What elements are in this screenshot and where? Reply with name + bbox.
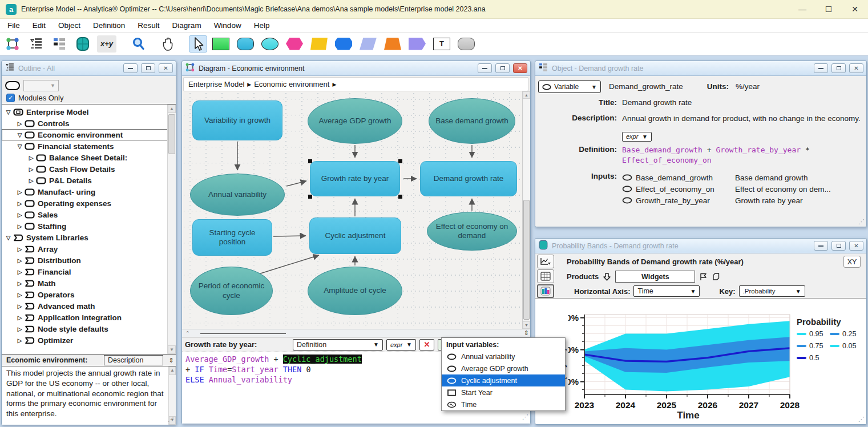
expand-icon[interactable]: ▷	[15, 257, 24, 264]
constant-blue-octagon-icon[interactable]	[335, 38, 352, 50]
expand-icon[interactable]: ▷	[15, 246, 24, 252]
view-dropdown[interactable]: Definition▼	[293, 339, 383, 351]
maximize-icon[interactable]	[831, 63, 846, 73]
expr-dropdown[interactable]: expr▼	[386, 339, 416, 351]
menu-window[interactable]: Window	[208, 21, 248, 30]
button-orange-trapezoid-icon[interactable]	[384, 38, 401, 50]
chart-view-icon[interactable]	[537, 255, 554, 268]
node-average-gdp-growth[interactable]: Average GDP growth	[308, 98, 402, 144]
selection-handle[interactable]	[308, 159, 312, 163]
outline-item-math[interactable]: ▷Math	[2, 277, 176, 289]
outline-item-controls[interactable]: ▷Controls	[2, 118, 176, 129]
definition-value[interactable]: Base_demand_growth + Growth_rate_by_year…	[622, 145, 810, 167]
variable-cyan-rounded-icon[interactable]	[237, 38, 254, 50]
expand-icon[interactable]: ▷	[27, 178, 35, 184]
table-view-icon[interactable]	[537, 269, 554, 283]
input-row[interactable]: Growth_rate_by_yearGrowth rate by year	[622, 195, 831, 206]
units-value[interactable]: %/year	[736, 80, 760, 91]
browse-hand-tool-icon[interactable]	[159, 35, 177, 53]
outline-item-manufact-uring[interactable]: ▷Manufact- uring	[2, 186, 176, 198]
outline-item-array[interactable]: ▷Array	[2, 243, 176, 255]
outline-item-balance-sheet-detail-[interactable]: ▷Balance Sheet Detail:	[2, 152, 176, 163]
collapse-icon[interactable]: ▽	[15, 143, 24, 150]
outline-item-system-libraries[interactable]: ▽System Libraries	[2, 232, 176, 243]
expand-icon[interactable]: ▷	[27, 166, 35, 172]
class-dropdown[interactable]: Variable▼	[538, 80, 601, 93]
minimize-icon[interactable]	[123, 63, 138, 73]
scroll-down-icon[interactable]: ▼	[523, 321, 530, 329]
selection-handle[interactable]	[398, 159, 402, 163]
menu-result[interactable]: Result	[131, 21, 165, 30]
collapse-pane-icon[interactable]: ⌃	[182, 331, 190, 336]
close-icon[interactable]: ✕	[159, 63, 173, 73]
scroll-up-icon[interactable]: ▲	[169, 366, 176, 375]
input-row[interactable]: Effect_of_economy_onEffect of economy on…	[622, 183, 831, 195]
collapse-icon[interactable]: ▽	[4, 235, 13, 241]
expand-icon[interactable]: ▷	[15, 280, 24, 287]
splitter-icon[interactable]: ⇕	[524, 329, 529, 337]
expand-icon[interactable]: ▷	[27, 155, 35, 161]
minimize-icon[interactable]: —	[789, 0, 815, 18]
variable-shape-icon[interactable]	[5, 81, 20, 90]
resize-grip[interactable]: ⋰	[858, 218, 865, 225]
expression-tool-icon[interactable]: x+y	[97, 35, 116, 53]
expand-icon[interactable]: ▷	[15, 303, 24, 309]
expand-icon[interactable]: ▷	[15, 189, 24, 195]
maximize-icon[interactable]	[495, 63, 510, 73]
popup-item-annual-variability[interactable]: Annual variability	[442, 351, 565, 362]
collapse-icon[interactable]: ▽	[15, 132, 24, 138]
slicer-flag-icon[interactable]	[699, 272, 708, 281]
node-effect-of-economy-on-demand[interactable]: Effect of economy on demand	[427, 212, 517, 251]
outline-item-financial[interactable]: ▷Financial	[2, 266, 176, 277]
minimize-icon[interactable]	[478, 63, 492, 73]
diagram-titlebar[interactable]: 6"> Diagram - Economic environment ✕	[182, 61, 530, 76]
expr-dropdown[interactable]: expr▼	[622, 132, 652, 142]
object-titlebar[interactable]: 6"> Object - Demand growth rate ✕	[535, 61, 866, 76]
menu-definition[interactable]: Definition	[87, 21, 131, 30]
library-purple-pentagon-icon[interactable]	[409, 38, 426, 50]
expand-icon[interactable]: ▷	[15, 315, 24, 321]
scroll-down-icon[interactable]: ▼	[168, 345, 176, 354]
breadcrumb-segment[interactable]: Economic environment	[254, 80, 329, 88]
node-amplitude-of-cycle[interactable]: Amplitude of cycle	[308, 267, 402, 315]
expand-icon[interactable]: ▷	[15, 212, 24, 218]
expand-icon[interactable]: ▷	[15, 337, 24, 344]
node-base-demand-growth[interactable]: Base demand growth	[429, 98, 515, 144]
hscroll-thumb[interactable]	[200, 333, 286, 334]
object-identifier[interactable]: Demand_growth_rate	[609, 80, 683, 91]
totals-icon[interactable]	[712, 272, 720, 281]
resize-grip[interactable]: ⋰	[168, 415, 174, 424]
resize-grip[interactable]: ⋰	[858, 416, 865, 423]
color-chart-view-icon[interactable]	[537, 284, 554, 298]
node-growth-rate-by-year[interactable]: Growth rate by year	[310, 161, 400, 196]
node-variability-in-growth[interactable]: Variability in growth	[192, 100, 282, 140]
outline-item-enterprise-model[interactable]: ▽Enterprise Model	[2, 106, 176, 118]
splitter-icon[interactable]: ⇕	[167, 357, 176, 364]
outline-titlebar[interactable]: 6"> Outline - All ✕	[2, 61, 176, 76]
close-icon[interactable]: ✕	[849, 241, 863, 251]
popup-item-cyclic-adjustment[interactable]: Cyclic adjustment	[442, 374, 565, 386]
outline-item-economic-environment[interactable]: ▽Economic environment	[2, 129, 176, 140]
index-value-selector[interactable]: Widgets	[615, 271, 695, 283]
index-name[interactable]: Products	[567, 272, 599, 281]
function-lavender-parallelogram-icon[interactable]	[360, 38, 377, 50]
outline-item-distribution[interactable]: ▷Distribution	[2, 255, 176, 266]
prob-titlebar[interactable]: Probability Bands - Demand growth rate ✕	[535, 239, 866, 253]
diagram-canvas[interactable]: Variability in growthAverage GDP growthB…	[182, 91, 530, 329]
outline-window-tool-icon[interactable]	[27, 35, 45, 53]
maximize-icon[interactable]	[141, 63, 155, 73]
menu-file[interactable]: File	[1, 21, 26, 30]
node-period-of-economic-cycle[interactable]: Period of economic cycle	[190, 267, 273, 315]
scroll-thumb[interactable]	[168, 114, 175, 154]
expand-icon[interactable]: ▷	[15, 200, 24, 207]
node-cyclic-adjustment[interactable]: Cyclic adjustment	[309, 217, 401, 254]
menu-object[interactable]: Object	[52, 21, 87, 30]
selection-handle[interactable]	[308, 195, 312, 199]
detail-view-dropdown[interactable]: Description	[104, 355, 163, 365]
menu-help[interactable]: Help	[248, 21, 276, 30]
node-starting-cycle-position[interactable]: Starting cycle position	[192, 219, 272, 256]
key-dropdown[interactable]: .Probability▼	[739, 285, 805, 297]
index-yellow-parallelogram-icon[interactable]	[310, 38, 328, 50]
close-icon[interactable]: ✕	[513, 63, 527, 73]
collapse-icon[interactable]: ▽	[4, 109, 13, 115]
